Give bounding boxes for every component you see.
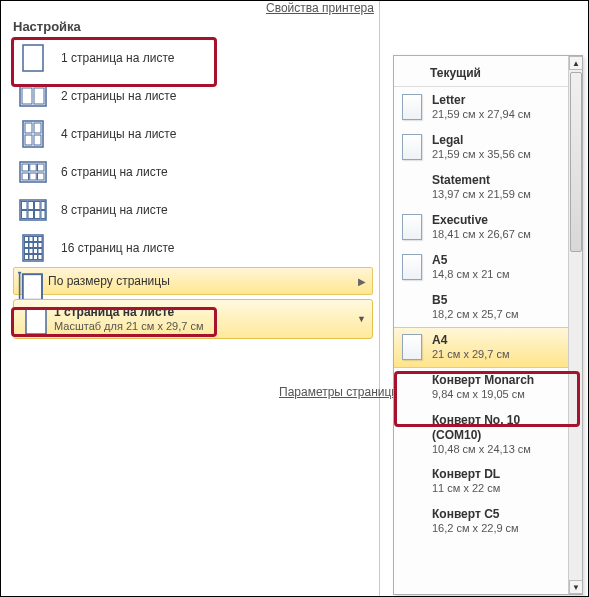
svg-rect-11 — [30, 164, 37, 171]
option-6-up[interactable]: 6 страниц на листе — [13, 153, 373, 191]
pages-per-sheet-combo[interactable]: 1 страница на листе Масштаб для 21 см x … — [13, 299, 373, 339]
option-8-up[interactable]: 8 страниц на листе — [13, 191, 373, 229]
page-size-option[interactable]: Конверт DL11 см x 22 см — [394, 462, 568, 502]
svg-rect-3 — [34, 88, 44, 104]
page-icon — [402, 134, 422, 160]
flyout-header: Текущий — [394, 60, 568, 87]
two-up-icon — [17, 80, 49, 112]
svg-rect-8 — [34, 135, 41, 145]
size-dims: 16,2 см x 22,9 см — [432, 522, 519, 536]
combo-line1: 1 страница на листе — [54, 305, 203, 319]
scale-to-page-size-menu[interactable]: По размеру страницы ▶ — [13, 267, 373, 295]
option-label: 2 страницы на листе — [61, 89, 176, 103]
page-icon — [402, 254, 422, 280]
size-dims: 10,48 см x 24,13 см — [432, 443, 560, 457]
svg-rect-12 — [38, 164, 45, 171]
svg-rect-35 — [29, 249, 33, 254]
size-dims: 13,97 см x 21,59 см — [432, 188, 531, 202]
scrollbar[interactable]: ▲ ▼ — [568, 56, 582, 594]
option-16-up[interactable]: 16 страниц на листе — [13, 229, 373, 267]
svg-rect-19 — [35, 202, 41, 210]
scale-menu-label: По размеру страницы — [48, 274, 170, 288]
sixteen-up-icon — [17, 232, 49, 264]
combo-line2: Масштаб для 21 см x 29,7 см — [54, 320, 203, 333]
size-dims: 9,84 см x 19,05 см — [432, 388, 534, 402]
option-4-up[interactable]: 4 страницы на листе — [13, 115, 373, 153]
svg-rect-31 — [29, 243, 33, 248]
scroll-up-button[interactable]: ▲ — [569, 56, 583, 70]
size-name: A4 — [432, 333, 510, 348]
size-name: Конверт Monarch — [432, 373, 534, 388]
submenu-arrow-icon: ▶ — [358, 276, 366, 287]
svg-rect-28 — [34, 237, 38, 242]
svg-rect-2 — [22, 88, 32, 104]
svg-rect-34 — [25, 249, 29, 254]
printer-properties-link[interactable]: Свойства принтера — [266, 1, 374, 15]
page-size-flyout: Текущий Letter21,59 см x 27,94 смLegal21… — [393, 55, 583, 595]
page-size-option[interactable]: A421 см x 29,7 см — [394, 327, 568, 368]
svg-rect-22 — [28, 211, 34, 219]
size-name: Конверт No. 10 (COM10) — [432, 413, 560, 443]
size-dims: 18,41 см x 26,67 см — [432, 228, 531, 242]
svg-rect-7 — [25, 135, 32, 145]
page-size-option[interactable]: Конверт C516,2 см x 22,9 см — [394, 502, 568, 542]
size-dims: 21 см x 29,7 см — [432, 348, 510, 362]
six-up-icon — [17, 156, 49, 188]
svg-rect-6 — [34, 123, 41, 133]
svg-rect-39 — [29, 255, 33, 260]
page-size-option[interactable]: Legal21,59 см x 35,56 см — [394, 127, 568, 167]
svg-rect-5 — [25, 123, 32, 133]
svg-rect-17 — [22, 202, 28, 210]
scale-icon — [18, 271, 38, 291]
svg-rect-10 — [22, 164, 29, 171]
size-dims: 21,59 см x 35,56 см — [432, 148, 531, 162]
svg-rect-40 — [34, 255, 38, 260]
size-name: Конверт DL — [432, 467, 500, 482]
size-name: A5 — [432, 253, 510, 268]
size-dims: 18,2 см x 25,7 см — [432, 308, 519, 322]
page-size-option[interactable]: Конверт No. 10 (COM10)10,48 см x 24,13 с… — [394, 408, 568, 462]
page-size-option[interactable]: A514,8 см x 21 см — [394, 247, 568, 287]
pages-per-sheet-panel: 1 страница на листе 2 страницы на листе … — [13, 39, 373, 339]
option-1-up[interactable]: 1 страница на листе — [13, 39, 373, 77]
svg-rect-32 — [34, 243, 38, 248]
divider — [379, 1, 380, 597]
one-up-icon — [20, 305, 44, 333]
size-name: B5 — [432, 293, 519, 308]
option-label: 8 страниц на листе — [61, 203, 168, 217]
size-name: Конверт C5 — [432, 507, 519, 522]
svg-rect-27 — [29, 237, 33, 242]
option-label: 16 страниц на листе — [61, 241, 174, 255]
size-name: Letter — [432, 93, 531, 108]
page-icon — [402, 214, 422, 240]
scroll-thumb[interactable] — [570, 72, 582, 252]
option-2-up[interactable]: 2 страницы на листе — [13, 77, 373, 115]
svg-rect-29 — [38, 237, 42, 242]
svg-rect-26 — [25, 237, 29, 242]
page-size-option[interactable]: B518,2 см x 25,7 см — [394, 287, 568, 327]
svg-rect-36 — [34, 249, 38, 254]
svg-rect-0 — [23, 45, 43, 71]
page-size-option[interactable]: Letter21,59 см x 27,94 см — [394, 87, 568, 127]
svg-rect-23 — [35, 211, 41, 219]
page-icon — [402, 334, 422, 360]
scroll-down-button[interactable]: ▼ — [569, 580, 583, 594]
svg-rect-41 — [38, 255, 42, 260]
option-label: 1 страница на листе — [61, 51, 174, 65]
page-setup-link[interactable]: Параметры страницы — [279, 385, 400, 399]
svg-rect-18 — [28, 202, 34, 210]
svg-rect-37 — [38, 249, 42, 254]
svg-rect-21 — [22, 211, 28, 219]
size-dims: 21,59 см x 27,94 см — [432, 108, 531, 122]
option-label: 4 страницы на листе — [61, 127, 176, 141]
page-size-option[interactable]: Executive18,41 см x 26,67 см — [394, 207, 568, 247]
page-size-option[interactable]: Конверт Monarch9,84 см x 19,05 см — [394, 368, 568, 408]
eight-up-icon — [17, 194, 49, 226]
page-size-option[interactable]: Statement13,97 см x 21,59 см — [394, 167, 568, 207]
svg-rect-42 — [23, 274, 42, 300]
svg-rect-38 — [25, 255, 29, 260]
one-up-icon — [17, 42, 49, 74]
settings-heading: Настройка — [13, 19, 81, 34]
size-name: Executive — [432, 213, 531, 228]
page-icon — [402, 94, 422, 120]
